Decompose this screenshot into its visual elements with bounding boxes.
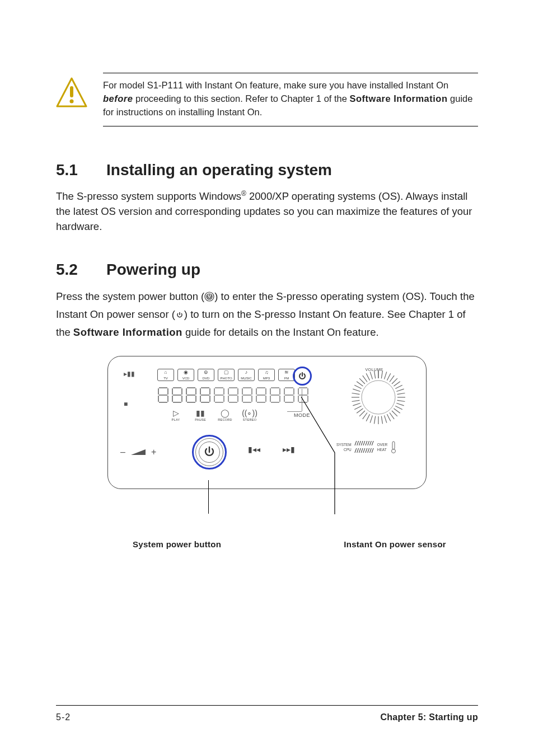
svg-line-45 xyxy=(366,374,369,381)
s1-body-sup: ® xyxy=(241,190,246,198)
section-5-2-body: Press the system power button () to ente… xyxy=(56,289,478,340)
svg-line-23 xyxy=(392,411,397,416)
ramp-icon xyxy=(131,449,146,455)
heat-label: HEAT xyxy=(377,448,387,452)
minus-icon: – xyxy=(120,447,125,457)
svg-line-14 xyxy=(394,382,400,386)
warning-text: For model S1-P111 with Instant On featur… xyxy=(103,73,478,126)
s2-d: guide for details on the Instant On feat… xyxy=(182,326,379,338)
warning-mid: proceeding to this section. Refer to Cha… xyxy=(133,93,349,104)
svg-line-25 xyxy=(387,415,390,421)
section-5-1-heading: 5.1Installing an operating system xyxy=(56,161,478,179)
instant-on-power-sensor[interactable] xyxy=(293,367,312,386)
svg-line-11 xyxy=(387,374,390,381)
stereo-status-icon: ((∘))STEREO xyxy=(243,409,256,421)
mode-connector-line-h xyxy=(287,411,302,412)
warning-block: For model S1-P111 with Instant On featur… xyxy=(56,73,478,126)
pause-status-icon: ▮▮PAUSE xyxy=(194,409,207,421)
mode-vcd: ◉VCD xyxy=(177,369,194,381)
svg-line-41 xyxy=(354,386,361,389)
section-5-2-number: 5.2 xyxy=(56,261,106,279)
s2-a: Press the system power button ( xyxy=(56,290,204,302)
mode-indicator-row: ⌂TV ◉VCD ⊚DVD ▢PHOTO ♪MUSIC ♫MP3 ≋FM xyxy=(157,369,295,381)
plus-icon: + xyxy=(151,447,156,457)
svg-line-44 xyxy=(363,376,367,382)
svg-line-39 xyxy=(352,393,360,395)
svg-line-40 xyxy=(353,389,360,392)
s1-body-a: The S-presso system supports Windows xyxy=(56,190,241,202)
svg-line-17 xyxy=(397,393,405,395)
leader-line-power xyxy=(208,480,209,514)
svg-line-24 xyxy=(390,413,394,419)
left-small-icons: ▸▮▮ ■ xyxy=(124,370,135,408)
svg-line-29 xyxy=(374,416,375,424)
svg-line-21 xyxy=(395,406,402,410)
svg-line-20 xyxy=(396,403,404,406)
mode-photo: ▢PHOTO xyxy=(218,369,235,381)
power-button-inline-icon xyxy=(204,290,214,307)
front-panel: ▸▮▮ ■ ⌂TV ◉VCD ⊚DVD ▢PHOTO ♪MUSIC ♫MP3 ≋… xyxy=(107,356,427,489)
s2-bold: Software Information xyxy=(73,326,182,338)
svg-line-42 xyxy=(357,382,363,386)
section-5-1-body: The S-presso system supports Windows® 20… xyxy=(56,189,478,234)
figure-captions: System power button Instant On power sen… xyxy=(88,539,446,549)
prev-track-icon: ▮◂◂ xyxy=(248,445,260,454)
section-5-2-title: Powering up xyxy=(106,261,200,278)
system-power-button[interactable] xyxy=(192,435,227,469)
svg-line-30 xyxy=(370,416,372,423)
page-number: 5-2 xyxy=(56,712,71,722)
svg-line-12 xyxy=(390,376,394,382)
svg-line-46 xyxy=(370,372,372,379)
front-panel-figure: ▸▮▮ ■ ⌂TV ◉VCD ⊚DVD ▢PHOTO ♪MUSIC ♫MP3 ≋… xyxy=(107,356,427,489)
play-pause-icon: ▸▮▮ xyxy=(124,370,135,378)
mode-mp3: ♫MP3 xyxy=(258,369,275,381)
brightness-controls: – + xyxy=(120,447,156,457)
section-5-1-title: Installing an operating system xyxy=(106,161,332,179)
mode-music: ♪MUSIC xyxy=(238,369,255,381)
page-footer: 5-2 Chapter 5: Starting up xyxy=(56,705,478,722)
svg-line-22 xyxy=(394,408,400,413)
power-icon xyxy=(202,445,217,459)
warning-icon xyxy=(56,77,87,109)
leader-line-instant-on xyxy=(301,397,368,514)
svg-point-2 xyxy=(70,100,74,104)
caption-system-power: System power button xyxy=(133,539,221,549)
record-status-icon: ◯RECORD xyxy=(219,409,231,421)
mode-tv: ⌂TV xyxy=(157,369,174,381)
svg-line-13 xyxy=(392,378,397,384)
instant-on-inline-icon xyxy=(175,308,184,325)
instant-on-icon xyxy=(297,371,307,381)
track-nav: ▮◂◂ ▸▸▮ xyxy=(248,445,295,454)
playback-status-row: ▷PLAY ▮▮PAUSE ◯RECORD ((∘))STEREO xyxy=(170,409,256,421)
callout-leaders xyxy=(107,500,427,539)
warning-pre: For model S1-P111 with Instant On featur… xyxy=(103,80,448,90)
warning-bold-before: before xyxy=(103,93,133,104)
svg-rect-1 xyxy=(70,86,73,97)
section-5-2-heading: 5.2Powering up xyxy=(56,261,478,279)
warning-bold-software: Software Information xyxy=(350,93,448,104)
svg-line-10 xyxy=(385,372,387,379)
thermometer-icon xyxy=(391,441,396,453)
over-label: OVER xyxy=(377,443,387,447)
svg-line-47 xyxy=(374,371,375,379)
chapter-title: Chapter 5: Starting up xyxy=(380,712,478,722)
mode-dvd: ⊚DVD xyxy=(198,369,214,381)
svg-line-16 xyxy=(396,389,404,392)
svg-line-26 xyxy=(385,416,387,423)
svg-line-9 xyxy=(381,371,382,379)
stop-icon: ■ xyxy=(124,400,135,408)
next-track-icon: ▸▸▮ xyxy=(283,445,295,454)
seven-segment-display xyxy=(157,387,309,403)
svg-line-27 xyxy=(381,416,382,424)
svg-line-15 xyxy=(395,386,402,389)
svg-line-43 xyxy=(359,378,365,384)
section-5-1-number: 5.1 xyxy=(56,161,106,179)
svg-line-19 xyxy=(397,401,405,402)
caption-instant-on: Instant On power sensor xyxy=(344,539,446,549)
svg-point-49 xyxy=(392,449,396,453)
svg-rect-48 xyxy=(392,442,395,449)
svg-marker-5 xyxy=(131,449,146,455)
play-status-icon: ▷PLAY xyxy=(170,409,182,421)
